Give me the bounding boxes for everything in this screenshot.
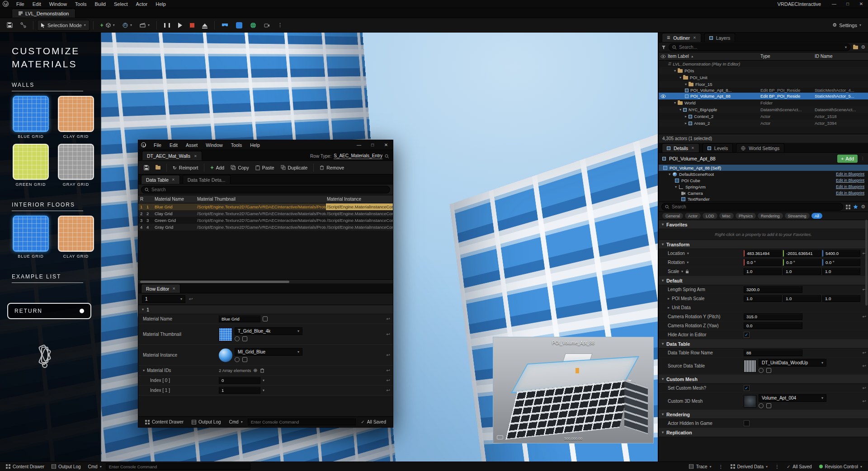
add-component-button[interactable]: + Add — [837, 155, 858, 163]
dt-copy-button[interactable]: Copy — [228, 163, 252, 173]
tab-row-editor[interactable]: Row Editor ✕ — [141, 284, 180, 293]
output-log-button[interactable]: Output Log — [48, 462, 84, 471]
menu-tools[interactable]: Tools — [71, 0, 91, 8]
row-name-input[interactable]: 88 — [744, 349, 802, 356]
swatch-wall-gray-grid[interactable] — [58, 144, 94, 180]
dt-menu-window[interactable]: Window — [202, 140, 226, 150]
outliner-row-folder-floor-15[interactable]: ▾ Floor_15 — [659, 81, 868, 88]
swatch-wall-blue-grid[interactable] — [13, 96, 49, 132]
use-selected-asset-icon[interactable] — [759, 368, 764, 373]
expander-icon[interactable]: ▾ — [685, 82, 687, 86]
dt-maximize-button[interactable]: □ — [366, 141, 379, 149]
cinematics-dropdown-button[interactable]: ▾ — [137, 20, 153, 31]
scale-x-input[interactable]: 1.0 — [744, 268, 782, 275]
unreal-logo-icon[interactable] — [3, 1, 9, 7]
scale-y-input[interactable]: 1.0 — [783, 268, 821, 275]
column-material-instance[interactable]: Material Instance — [326, 197, 393, 202]
expander-icon[interactable]: ▾ — [142, 307, 144, 311]
index-0-input[interactable]: 0 — [219, 377, 260, 384]
rotation-z-input[interactable]: 0.0 ° — [822, 259, 860, 266]
bookmark-icon[interactable] — [263, 316, 268, 321]
details-scrollbar[interactable] — [865, 220, 868, 306]
settings-button[interactable]: ⚙ Settings ▾ — [829, 20, 864, 31]
details-search-input[interactable] — [672, 204, 840, 209]
section-custom-mesh[interactable]: ▾ Custom Mesh — [659, 375, 868, 384]
section-transform[interactable]: ▾ Transform — [659, 240, 868, 249]
custom-3d-mesh-dropdown[interactable]: Volume_Apt_004 ▾ — [759, 394, 826, 402]
table-row-gray-grid[interactable]: 4 4 Gray Grid /Script/Engine.Texture2D'/… — [138, 224, 393, 231]
reset-icon[interactable]: ↩ — [863, 386, 866, 391]
world-browser-button[interactable] — [247, 20, 259, 31]
outliner-column-header[interactable]: Item Label ▲ Type ID Name — [659, 52, 868, 61]
gear-icon[interactable]: ⚙ — [861, 204, 865, 210]
vr-mode-button[interactable] — [218, 20, 231, 31]
filter-physics[interactable]: Physics — [736, 213, 756, 219]
outliner-search-input[interactable] — [679, 45, 843, 50]
section-replication[interactable]: ▾ Replication — [659, 428, 868, 437]
chevron-down-icon[interactable]: ▾ — [681, 269, 683, 273]
outliner-row-folder-world[interactable]: ▾ World Folder — [659, 99, 868, 106]
editor-mode-select[interactable]: Selection Mode ▾ — [37, 20, 90, 31]
lock-icon[interactable] — [685, 269, 689, 273]
expander-icon[interactable]: ▸ — [668, 297, 670, 301]
filter-all[interactable]: All — [811, 213, 822, 219]
tab-details[interactable]: Details ✕ — [662, 143, 699, 152]
material-sphere-thumbn​ail[interactable] — [219, 349, 232, 362]
add-actor-button[interactable]: + ▾ — [97, 20, 118, 31]
dt-add-row-button[interactable]: + Add — [208, 163, 227, 173]
stop-button[interactable] — [187, 20, 198, 31]
tab-outliner[interactable]: ☰ Outliner ✕ — [662, 33, 701, 42]
dt-table-header[interactable]: R Material Name Material Thumbnail Mater… — [138, 195, 393, 203]
edit-in-blueprint-link[interactable]: Edit in Blueprint — [836, 191, 864, 195]
expander-icon[interactable]: ▾ — [669, 172, 670, 176]
cmd-dropdown[interactable]: Cmd ▾ — [85, 462, 105, 471]
dt-browse-button[interactable] — [153, 163, 163, 173]
chevron-down-icon[interactable]: ▾ — [263, 378, 264, 382]
row-selector-dropdown[interactable]: 1 ▾ — [142, 295, 185, 303]
scrollbar-thumb[interactable] — [140, 281, 289, 283]
menu-window[interactable]: Window — [45, 0, 71, 8]
component-camera[interactable]: Camera Edit in Blueprint — [659, 190, 868, 196]
add-array-element-icon[interactable]: ⊕ — [253, 367, 257, 373]
index-1-input[interactable]: 1 — [219, 387, 260, 394]
filter-streaming[interactable]: Streaming — [785, 213, 810, 219]
edit-blueprint-link[interactable]: Edit BP_POI_Reside — [760, 94, 815, 99]
dt-close-button[interactable]: ✕ — [379, 141, 393, 149]
component-spring-arm[interactable]: ▾ SpringArm Edit in Blueprint — [659, 184, 868, 190]
blueprint-editor-button[interactable] — [233, 20, 245, 31]
reset-icon[interactable]: ↩ — [387, 353, 390, 358]
outliner-search-box[interactable]: ▾ — [669, 43, 850, 51]
location-z-input[interactable]: 5400.0 — [822, 250, 860, 257]
hide-actor-checkbox[interactable]: ✓ — [744, 332, 750, 338]
display-options-icon[interactable] — [846, 205, 850, 209]
dt-horizontal-scrollbar[interactable] — [138, 279, 393, 283]
component-text-render[interactable]: TextRender — [659, 196, 868, 202]
tab-levels[interactable]: Levels — [703, 143, 733, 152]
rotation-y-input[interactable]: 0.0 ° — [783, 259, 821, 266]
column-row[interactable]: R — [138, 197, 146, 202]
content-drawer-button[interactable]: Content Drawer — [3, 462, 47, 471]
reset-icon[interactable]: ↩ — [387, 378, 390, 383]
scale-z-input[interactable]: 1.0 — [822, 268, 860, 275]
menu-help[interactable]: Help — [151, 0, 170, 8]
texture-asset-dropdown[interactable]: T_Grid_Blue_4k ▾ — [235, 327, 302, 335]
new-folder-icon[interactable] — [853, 46, 858, 49]
close-button[interactable]: ✕ — [854, 0, 868, 8]
expander-icon[interactable]: ▸ — [685, 114, 687, 118]
gear-icon[interactable]: ⚙ — [861, 44, 865, 50]
actor-hidden-checkbox[interactable] — [744, 420, 750, 426]
clear-array-icon[interactable] — [260, 368, 264, 373]
swatch-wall-clay-grid[interactable] — [58, 96, 94, 132]
reset-icon[interactable]: ↩ — [863, 314, 866, 319]
browse-to-asset-icon[interactable] — [242, 336, 247, 341]
browse-to-asset-icon[interactable] — [766, 403, 771, 408]
tab-data-table[interactable]: Data Table ✕ — [141, 175, 180, 184]
close-icon[interactable]: ✕ — [172, 178, 175, 182]
browse-to-asset-icon[interactable] — [766, 368, 771, 373]
close-icon[interactable]: ✕ — [172, 287, 175, 291]
dt-menu-edit[interactable]: Edit — [165, 140, 182, 150]
filter-misc[interactable]: Misc — [719, 213, 734, 219]
dt-save-button[interactable] — [141, 163, 152, 173]
outliner-row-folder-pois[interactable]: ▾ POIs — [659, 67, 868, 74]
menu-edit[interactable]: Edit — [28, 0, 45, 8]
